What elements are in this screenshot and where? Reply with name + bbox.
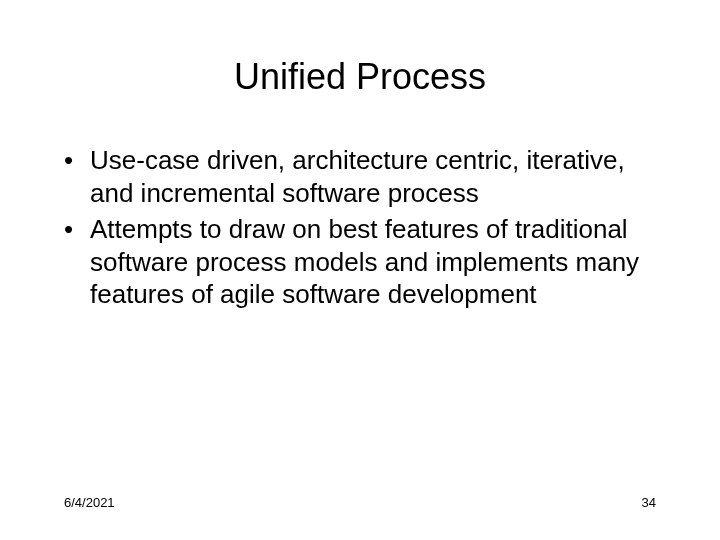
slide: Unified Process Use-case driven, archite… [0, 0, 720, 540]
slide-footer: 6/4/2021 34 [64, 495, 656, 510]
bullet-list: Use-case driven, architecture centric, i… [64, 144, 656, 311]
slide-title: Unified Process [64, 56, 656, 98]
footer-page-number: 34 [642, 495, 656, 510]
footer-date: 6/4/2021 [64, 495, 115, 510]
list-item: Attempts to draw on best features of tra… [64, 213, 656, 311]
list-item: Use-case driven, architecture centric, i… [64, 144, 656, 209]
